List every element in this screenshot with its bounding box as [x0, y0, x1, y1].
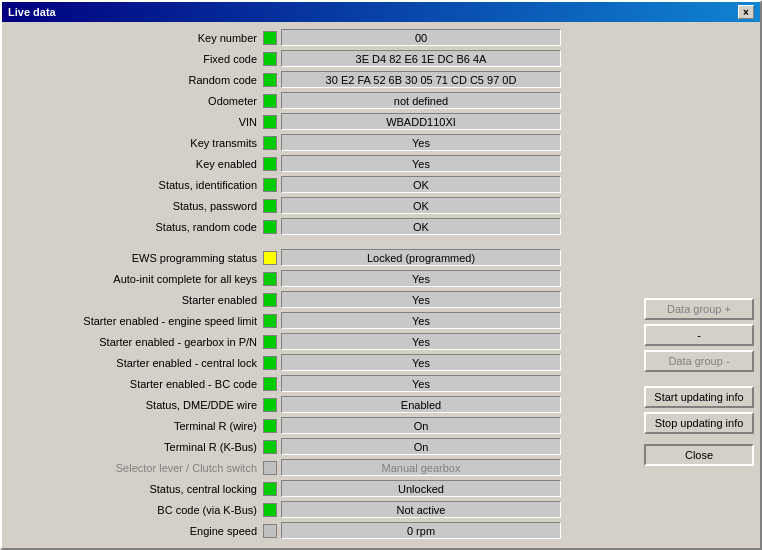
- status-indicator: [263, 440, 277, 454]
- row-value: Unlocked: [281, 480, 561, 497]
- row-value: Yes: [281, 354, 561, 371]
- stop-updating-button[interactable]: Stop updating info: [644, 412, 754, 434]
- row-value: Yes: [281, 312, 561, 329]
- table-row: Status, identificationOK: [8, 175, 638, 194]
- row-value: OK: [281, 176, 561, 193]
- row-value: Yes: [281, 155, 561, 172]
- table-row: BC code (via K-Bus)Not active: [8, 500, 638, 519]
- table-row: Selector lever / Clutch switchManual gea…: [8, 458, 638, 477]
- row-value: Yes: [281, 134, 561, 151]
- status-indicator: [263, 178, 277, 192]
- row-value: WBADD110XI: [281, 113, 561, 130]
- row-value: Enabled: [281, 396, 561, 413]
- row-label: Starter enabled - engine speed limit: [8, 315, 263, 327]
- dash-button[interactable]: -: [644, 324, 754, 346]
- row-value: Yes: [281, 291, 561, 308]
- status-indicator: [263, 461, 277, 475]
- live-data-window: Live data × Key number00Fixed code3E D4 …: [0, 0, 762, 550]
- table-row: Odometernot defined: [8, 91, 638, 110]
- data-panel: Key number00Fixed code3E D4 82 E6 1E DC …: [8, 28, 638, 542]
- status-indicator: [263, 524, 277, 538]
- row-label: Key transmits: [8, 137, 263, 149]
- table-row: Fixed code3E D4 82 E6 1E DC B6 4A: [8, 49, 638, 68]
- close-button[interactable]: Close: [644, 444, 754, 466]
- table-row: Starter enabledYes: [8, 290, 638, 309]
- row-label: Random code: [8, 74, 263, 86]
- status-indicator: [263, 73, 277, 87]
- row-value: Locked (programmed): [281, 249, 561, 266]
- right-panel: Data group + - Data group - Start updati…: [644, 28, 754, 542]
- row-label: Engine speed: [8, 525, 263, 537]
- table-row: Status, passwordOK: [8, 196, 638, 215]
- row-label: Terminal R (K-Bus): [8, 441, 263, 453]
- table-row: Terminal R (wire)On: [8, 416, 638, 435]
- status-indicator: [263, 272, 277, 286]
- row-label: Selector lever / Clutch switch: [8, 462, 263, 474]
- data-group-plus-button[interactable]: Data group +: [644, 298, 754, 320]
- row-label: Odometer: [8, 95, 263, 107]
- row-value: Not active: [281, 501, 561, 518]
- row-value: OK: [281, 218, 561, 235]
- status-indicator: [263, 251, 277, 265]
- table-row: Status, central lockingUnlocked: [8, 479, 638, 498]
- row-label: Starter enabled: [8, 294, 263, 306]
- status-indicator: [263, 157, 277, 171]
- table-row: Auto-init complete for all keysYes: [8, 269, 638, 288]
- table-row: Engine speed0 rpm: [8, 521, 638, 540]
- main-content: Key number00Fixed code3E D4 82 E6 1E DC …: [2, 22, 760, 548]
- table-row: Starter enabled - engine speed limitYes: [8, 311, 638, 330]
- row-label: Key enabled: [8, 158, 263, 170]
- status-indicator: [263, 115, 277, 129]
- row-label: Status, DME/DDE wire: [8, 399, 263, 411]
- status-indicator: [263, 419, 277, 433]
- table-row: VINWBADD110XI: [8, 112, 638, 131]
- row-value: not defined: [281, 92, 561, 109]
- row-label: Starter enabled - BC code: [8, 378, 263, 390]
- row-value: 0 rpm: [281, 522, 561, 539]
- row-label: BC code (via K-Bus): [8, 504, 263, 516]
- status-indicator: [263, 482, 277, 496]
- data-group-minus-button[interactable]: Data group -: [644, 350, 754, 372]
- status-indicator: [263, 220, 277, 234]
- status-indicator: [263, 31, 277, 45]
- status-indicator: [263, 314, 277, 328]
- table-row: Key transmitsYes: [8, 133, 638, 152]
- status-indicator: [263, 52, 277, 66]
- table-row: Key enabledYes: [8, 154, 638, 173]
- status-indicator: [263, 377, 277, 391]
- status-indicator: [263, 398, 277, 412]
- row-label: Status, central locking: [8, 483, 263, 495]
- window-close-button[interactable]: ×: [738, 5, 754, 19]
- title-bar: Live data ×: [2, 2, 760, 22]
- row-label: Terminal R (wire): [8, 420, 263, 432]
- status-indicator: [263, 199, 277, 213]
- separator: [8, 238, 638, 248]
- row-value: 00: [281, 29, 561, 46]
- row-label: Status, password: [8, 200, 263, 212]
- row-value: OK: [281, 197, 561, 214]
- row-value: Manual gearbox: [281, 459, 561, 476]
- status-indicator: [263, 335, 277, 349]
- table-row: Starter enabled - central lockYes: [8, 353, 638, 372]
- row-value: 3E D4 82 E6 1E DC B6 4A: [281, 50, 561, 67]
- status-indicator: [263, 356, 277, 370]
- table-row: Status, random codeOK: [8, 217, 638, 236]
- row-label: Status, random code: [8, 221, 263, 233]
- start-updating-button[interactable]: Start updating info: [644, 386, 754, 408]
- table-row: Terminal R (K-Bus)On: [8, 437, 638, 456]
- row-value: Yes: [281, 375, 561, 392]
- status-indicator: [263, 293, 277, 307]
- row-value: 30 E2 FA 52 6B 30 05 71 CD C5 97 0D: [281, 71, 561, 88]
- row-label: Status, identification: [8, 179, 263, 191]
- row-value: Yes: [281, 333, 561, 350]
- window-title: Live data: [8, 6, 56, 18]
- table-row: Status, DME/DDE wireEnabled: [8, 395, 638, 414]
- status-indicator: [263, 136, 277, 150]
- status-indicator: [263, 94, 277, 108]
- table-row: Starter enabled - BC codeYes: [8, 374, 638, 393]
- row-value: Yes: [281, 270, 561, 287]
- table-row: Starter enabled - gearbox in P/NYes: [8, 332, 638, 351]
- row-label: Key number: [8, 32, 263, 44]
- status-indicator: [263, 503, 277, 517]
- table-row: Random code30 E2 FA 52 6B 30 05 71 CD C5…: [8, 70, 638, 89]
